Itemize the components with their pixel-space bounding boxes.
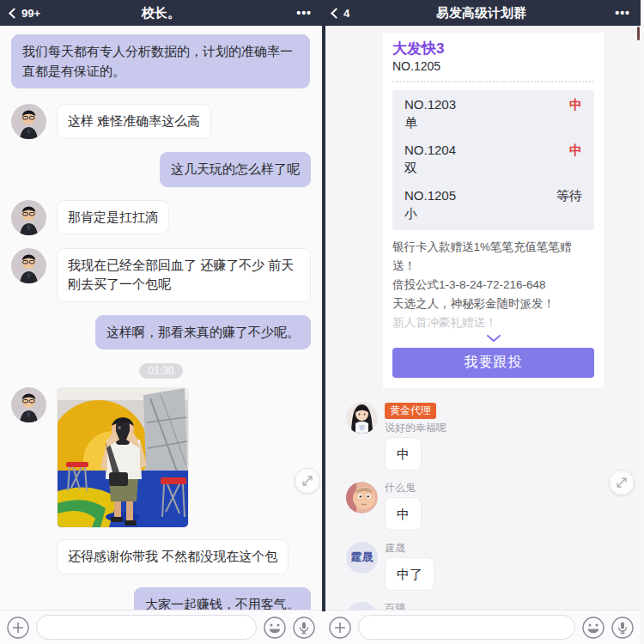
avatar[interactable] bbox=[11, 104, 46, 139]
plan-results-table: NO.1203 中 单 NO.1204 中 双 bbox=[392, 90, 594, 230]
unread-count: 4 bbox=[343, 7, 349, 20]
message-content: 黄金代理 说好的幸福呢 中 bbox=[385, 402, 447, 471]
chat-bubble: 中了 bbox=[385, 557, 434, 591]
message-row bbox=[11, 387, 311, 528]
avatar[interactable]: 百骋 bbox=[346, 602, 378, 610]
row-result: 中 bbox=[569, 142, 582, 159]
member-name: 什么鬼 bbox=[385, 482, 422, 494]
resize-arrows-icon bbox=[615, 476, 629, 489]
man-avatar-icon bbox=[11, 248, 46, 283]
message-row: 那肯定是扛扛滴 bbox=[11, 200, 311, 235]
message-row: 黄金代理 说好的幸福呢 中 bbox=[346, 402, 632, 471]
chat-bubble: 那肯定是扛扛滴 bbox=[57, 200, 169, 235]
smiley-icon bbox=[264, 617, 286, 639]
left-chat-messages: 我们每天都有专人分析数据的，计划的准确率一直都是有保证的。 这样 难怪准确率这么… bbox=[0, 26, 322, 610]
avatar[interactable] bbox=[346, 482, 378, 513]
photo-image bbox=[58, 388, 188, 527]
message-row: 我们每天都有专人分析数据的，计划的准确率一直都是有保证的。 bbox=[11, 34, 311, 88]
left-chat-panel: 99+ 校长。 ••• 我们每天都有专人分析数据的，计划的准确率一直都是有保证的… bbox=[0, 0, 322, 644]
chat-bubble: 我们每天都有专人分析数据的，计划的准确率一直都是有保证的。 bbox=[11, 34, 310, 88]
timestamp-row: 01:30 bbox=[11, 362, 311, 379]
avatar[interactable] bbox=[11, 387, 46, 422]
promo-line: 倍投公式1-3-8-24-72-216-648 bbox=[392, 276, 594, 295]
promo-line: 新人首冲豪礼赠送！ bbox=[392, 313, 594, 332]
scale-window-button[interactable] bbox=[609, 470, 635, 495]
promo-line: 银行卡入款赠送1%笔笔充值笔笔赠送！ bbox=[392, 238, 594, 276]
panel-divider bbox=[322, 0, 325, 611]
member-name: 说好的幸福呢 bbox=[385, 422, 447, 434]
member-badge: 黄金代理 bbox=[385, 403, 436, 419]
message-row: 我现在已经全部回血了 还赚了不少 前天刚去买了一个包呢 bbox=[11, 248, 311, 302]
chat-bubble: 这几天玩的怎么样了呢 bbox=[160, 152, 311, 187]
follow-bet-button[interactable]: 我要跟投 bbox=[392, 348, 594, 378]
row-issue: NO.1204 bbox=[404, 142, 456, 159]
voice-button[interactable] bbox=[611, 617, 634, 639]
lottery-plan-card: 大发快3 NO.1205 NO.1203 中 单 NO.1204 中 bbox=[383, 33, 604, 388]
message-input[interactable] bbox=[358, 615, 575, 640]
attach-plus-button[interactable] bbox=[329, 617, 351, 639]
right-chat-header: 4 易发高级计划群 ••• bbox=[322, 0, 641, 26]
emoji-button[interactable] bbox=[264, 617, 286, 639]
message-row: 百骋 百骋 五连中，计划牛逼啊。 bbox=[346, 602, 632, 610]
scrollbar-thumb[interactable] bbox=[637, 27, 640, 40]
chat-title: 易发高级计划群 bbox=[322, 5, 641, 21]
message-content: 百骋 五连中，计划牛逼啊。 bbox=[385, 602, 538, 610]
chat-bubble: 中 bbox=[385, 497, 422, 531]
message-row: 大家一起赚钱，不用客气。 bbox=[11, 587, 311, 611]
smiley-icon bbox=[582, 617, 605, 639]
avatar[interactable] bbox=[11, 248, 46, 283]
plus-icon bbox=[7, 617, 29, 639]
avatar[interactable] bbox=[346, 402, 378, 434]
chat-bubble: 大家一起赚钱，不用客气。 bbox=[134, 587, 311, 611]
promo-line: 天选之人，神秘彩金随时派发！ bbox=[392, 295, 594, 313]
row-issue: NO.1205 bbox=[404, 187, 456, 204]
row-issue: NO.1203 bbox=[404, 96, 456, 113]
back-button[interactable]: 99+ bbox=[10, 7, 40, 20]
chat-bubble: 这样啊，那看来真的赚了不少呢。 bbox=[95, 315, 311, 350]
avatar[interactable] bbox=[11, 200, 46, 235]
right-chat-messages: 大发快3 NO.1205 NO.1203 中 单 NO.1204 中 bbox=[322, 26, 641, 610]
photo-message[interactable] bbox=[57, 387, 189, 528]
unread-count: 99+ bbox=[21, 7, 40, 20]
message-content: 什么鬼 中 bbox=[385, 482, 422, 531]
dual-chat-screenshot: 99+ 校长。 ••• 我们每天都有专人分析数据的，计划的准确率一直都是有保证的… bbox=[0, 0, 644, 644]
girl-avatar-icon bbox=[346, 402, 378, 434]
message-input[interactable] bbox=[36, 615, 257, 640]
message-row: 还得感谢你带我 不然都没现在这个包 bbox=[11, 539, 311, 574]
man-avatar-icon bbox=[11, 387, 46, 422]
dotted-divider bbox=[392, 81, 594, 82]
row-result: 等待 bbox=[556, 187, 582, 204]
man-avatar-icon bbox=[11, 200, 46, 235]
message-row: 这几天玩的怎么样了呢 bbox=[11, 152, 311, 187]
row-pick: 小 bbox=[404, 205, 582, 222]
chat-bubble: 这样 难怪准确率这么高 bbox=[57, 104, 211, 139]
right-input-bar bbox=[322, 610, 641, 644]
member-name: 霆晟 bbox=[385, 542, 434, 554]
row-pick: 双 bbox=[404, 160, 582, 177]
left-input-bar bbox=[0, 610, 322, 644]
current-issue: NO.1205 bbox=[392, 59, 594, 73]
avatar[interactable]: 霆晟 bbox=[346, 542, 378, 574]
scale-window-button[interactable] bbox=[295, 468, 320, 494]
plan-row: NO.1203 中 单 bbox=[392, 92, 594, 137]
message-row: 这样 难怪准确率这么高 bbox=[11, 104, 311, 139]
microphone-icon bbox=[611, 617, 634, 639]
timestamp: 01:30 bbox=[139, 363, 182, 379]
emoji-button[interactable] bbox=[582, 617, 605, 639]
more-menu-button[interactable]: ••• bbox=[615, 9, 630, 16]
chat-bubble: 我现在已经全部回血了 还赚了不少 前天刚去买了一个包呢 bbox=[57, 248, 311, 302]
attach-plus-button[interactable] bbox=[7, 617, 29, 639]
message-row: 霆晟 霆晟 中了 bbox=[346, 542, 632, 591]
back-button[interactable]: 4 bbox=[332, 7, 349, 20]
left-chat-header: 99+ 校长。 ••• bbox=[0, 0, 322, 26]
resize-arrows-icon bbox=[301, 474, 314, 488]
expand-chevron-icon[interactable] bbox=[486, 334, 501, 343]
message-row: 这样啊，那看来真的赚了不少呢。 bbox=[11, 315, 311, 350]
chat-bubble: 中 bbox=[385, 437, 422, 471]
row-result: 中 bbox=[569, 96, 582, 113]
voice-button[interactable] bbox=[293, 617, 315, 639]
back-chevron-icon bbox=[331, 8, 342, 19]
plan-row: NO.1205 等待 小 bbox=[392, 183, 594, 228]
chat-bubble: 还得感谢你带我 不然都没现在这个包 bbox=[57, 539, 289, 574]
more-menu-button[interactable]: ••• bbox=[296, 9, 312, 16]
